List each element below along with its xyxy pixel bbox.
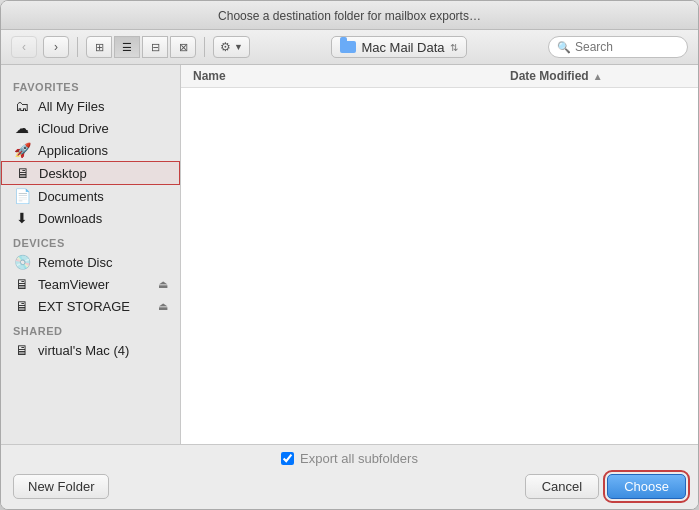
- list-view-icon: ☰: [122, 41, 132, 54]
- icloud-drive-icon: ☁: [13, 120, 31, 136]
- sidebar-item-downloads[interactable]: ⬇ Downloads: [1, 207, 180, 229]
- column-date[interactable]: Date Modified ▲: [498, 69, 698, 83]
- downloads-icon: ⬇: [13, 210, 31, 226]
- sidebar-label-applications: Applications: [38, 143, 108, 158]
- action-chevron: ▼: [234, 42, 243, 52]
- cover-view-icon: ⊠: [179, 41, 188, 54]
- virtuals-mac-icon: 🖥: [13, 342, 31, 358]
- back-icon: ‹: [22, 40, 26, 54]
- view-buttons: ⊞ ☰ ⊟ ⊠: [86, 36, 196, 58]
- sidebar-label-virtuals-mac: virtual's Mac (4): [38, 343, 129, 358]
- shared-section-label: Shared: [1, 321, 180, 339]
- export-subfolders-row: Export all subfolders: [1, 445, 698, 470]
- file-list-area: Name Date Modified ▲: [181, 65, 698, 444]
- sidebar-label-desktop: Desktop: [39, 166, 87, 181]
- sidebar-item-all-my-files[interactable]: 🗂 All My Files: [1, 95, 180, 117]
- column-name-label: Name: [193, 69, 226, 83]
- folder-chevron-icon: ⇅: [450, 42, 458, 53]
- current-folder-name: Mac Mail Data: [361, 40, 444, 55]
- view-list-btn[interactable]: ☰: [114, 36, 140, 58]
- sidebar-label-all-my-files: All My Files: [38, 99, 104, 114]
- sidebar: Favorites 🗂 All My Files ☁ iCloud Drive …: [1, 65, 181, 444]
- footer-buttons: New Folder Cancel Choose: [1, 470, 698, 509]
- sidebar-label-documents: Documents: [38, 189, 104, 204]
- search-icon: 🔍: [557, 41, 571, 54]
- sidebar-item-ext-storage[interactable]: 🖥 EXT STORAGE ⏏: [1, 295, 180, 317]
- cancel-button[interactable]: Cancel: [525, 474, 599, 499]
- sidebar-label-icloud-drive: iCloud Drive: [38, 121, 109, 136]
- ext-storage-icon: 🖥: [13, 298, 31, 314]
- export-subfolders-checkbox[interactable]: [281, 452, 294, 465]
- sidebar-label-remote-disc: Remote Disc: [38, 255, 112, 270]
- sidebar-item-virtuals-mac[interactable]: 🖥 virtual's Mac (4): [1, 339, 180, 361]
- action-icon: ⚙: [220, 40, 231, 54]
- documents-icon: 📄: [13, 188, 31, 204]
- forward-icon: ›: [54, 40, 58, 54]
- dialog-title: Choose a destination folder for mailbox …: [218, 9, 481, 23]
- teamviewer-icon: 🖥: [13, 276, 31, 292]
- dialog-window: Choose a destination folder for mailbox …: [0, 0, 699, 510]
- remote-disc-icon: 💿: [13, 254, 31, 270]
- favorites-section-label: Favorites: [1, 77, 180, 95]
- export-subfolders-label: Export all subfolders: [300, 451, 418, 466]
- file-rows: [181, 88, 698, 444]
- view-icon-btn[interactable]: ⊞: [86, 36, 112, 58]
- footer: Export all subfolders New Folder Cancel …: [1, 444, 698, 509]
- new-folder-button[interactable]: New Folder: [13, 474, 109, 499]
- sidebar-item-remote-disc[interactable]: 💿 Remote Disc: [1, 251, 180, 273]
- action-button[interactable]: ⚙ ▼: [213, 36, 250, 58]
- column-view-icon: ⊟: [151, 41, 160, 54]
- devices-section-label: Devices: [1, 233, 180, 251]
- search-box[interactable]: 🔍: [548, 36, 688, 58]
- sidebar-item-teamviewer[interactable]: 🖥 TeamViewer ⏏: [1, 273, 180, 295]
- file-list-header: Name Date Modified ▲: [181, 65, 698, 88]
- all-my-files-icon: 🗂: [13, 98, 31, 114]
- sidebar-item-desktop[interactable]: 🖥 Desktop: [1, 161, 180, 185]
- ext-storage-eject-icon[interactable]: ⏏: [158, 300, 168, 313]
- back-button[interactable]: ‹: [11, 36, 37, 58]
- column-date-label: Date Modified: [510, 69, 589, 83]
- view-col-btn[interactable]: ⊟: [142, 36, 168, 58]
- icon-view-icon: ⊞: [95, 41, 104, 54]
- choose-button[interactable]: Choose: [607, 474, 686, 499]
- current-folder-button[interactable]: Mac Mail Data ⇅: [331, 36, 466, 58]
- teamviewer-eject-icon[interactable]: ⏏: [158, 278, 168, 291]
- view-cover-btn[interactable]: ⊠: [170, 36, 196, 58]
- right-buttons: Cancel Choose: [525, 474, 686, 499]
- folder-icon: [340, 41, 356, 53]
- sidebar-item-applications[interactable]: 🚀 Applications: [1, 139, 180, 161]
- forward-button[interactable]: ›: [43, 36, 69, 58]
- folder-selector: Mac Mail Data ⇅: [256, 36, 542, 58]
- desktop-icon: 🖥: [14, 165, 32, 181]
- sort-arrow-icon: ▲: [593, 71, 603, 82]
- sidebar-item-documents[interactable]: 📄 Documents: [1, 185, 180, 207]
- search-input[interactable]: [575, 40, 679, 54]
- applications-icon: 🚀: [13, 142, 31, 158]
- sidebar-label-teamviewer: TeamViewer: [38, 277, 109, 292]
- toolbar: ‹ › ⊞ ☰ ⊟ ⊠ ⚙ ▼: [1, 30, 698, 65]
- sidebar-label-downloads: Downloads: [38, 211, 102, 226]
- separator-2: [204, 37, 205, 57]
- separator-1: [77, 37, 78, 57]
- sidebar-item-icloud-drive[interactable]: ☁ iCloud Drive: [1, 117, 180, 139]
- title-bar: Choose a destination folder for mailbox …: [1, 1, 698, 30]
- main-content: Favorites 🗂 All My Files ☁ iCloud Drive …: [1, 65, 698, 444]
- sidebar-label-ext-storage: EXT STORAGE: [38, 299, 130, 314]
- column-name[interactable]: Name: [181, 69, 498, 83]
